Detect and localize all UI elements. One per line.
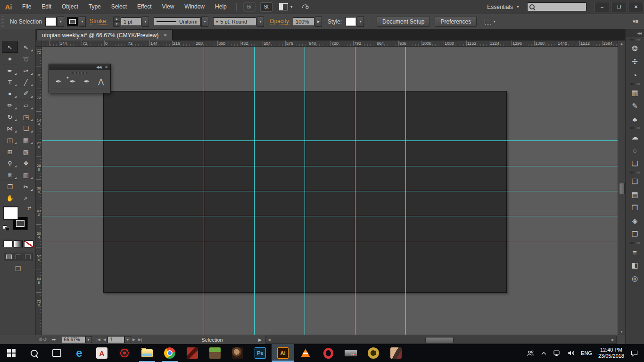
panel-icon-transparency[interactable]: ◎: [626, 272, 644, 285]
gradient-button[interactable]: [14, 240, 23, 247]
line-segment-tool[interactable]: ╱: [18, 76, 34, 88]
panel-icon-transform[interactable]: ❑: [626, 175, 644, 188]
default-fill-stroke-icon[interactable]: [3, 225, 9, 231]
first-artboard-button[interactable]: |◀: [97, 337, 100, 342]
pen-tools-tearoff-panel[interactable]: ◀◀ ✕ ✒ ✒ + ✒ − ⋀: [49, 64, 111, 93]
panel-icon-swatches[interactable]: ▦: [626, 86, 644, 99]
style-control[interactable]: ▼: [345, 16, 364, 27]
export-icon[interactable]: ➦: [51, 337, 56, 343]
stepper-up-icon[interactable]: ▲: [113, 16, 120, 22]
language-indicator[interactable]: ENG: [581, 350, 592, 356]
taskbar-icon-autocad[interactable]: A: [91, 344, 113, 362]
stroke-color-control[interactable]: ▼: [67, 16, 86, 27]
blend-tool[interactable]: ❖: [18, 157, 34, 169]
clock[interactable]: 12:40 PM 23/05/2018: [598, 347, 624, 359]
chevron-down-icon[interactable]: ▼: [201, 16, 208, 27]
people-icon[interactable]: [527, 350, 535, 357]
zoom-tool[interactable]: ⌕: [18, 192, 34, 204]
chevron-down-icon[interactable]: ▼: [257, 16, 264, 27]
stepper-down-icon[interactable]: ▼: [113, 22, 120, 27]
pen-tool[interactable]: ✒: [2, 65, 18, 76]
menu-help[interactable]: Help: [210, 0, 232, 14]
taskbar-icon-minecraft[interactable]: [204, 344, 226, 362]
vertical-scroll-thumb[interactable]: [619, 183, 625, 194]
slice-tool[interactable]: ✂: [18, 181, 34, 192]
search-input[interactable]: [537, 3, 584, 11]
panel-icon-pathfinder[interactable]: ❒: [626, 201, 644, 214]
menu-select[interactable]: Select: [106, 0, 132, 14]
stroke-label[interactable]: Stroke:: [90, 18, 107, 25]
panel-collapse-icon[interactable]: ◀◀: [96, 65, 101, 69]
free-transform-tool[interactable]: ❏: [18, 123, 34, 134]
stroke-weight-field[interactable]: 1 pt: [121, 17, 141, 26]
scroll-up-icon[interactable]: ▲: [618, 41, 625, 47]
fill-color-control[interactable]: ▼: [45, 16, 64, 27]
panel-icon-gradient-2[interactable]: ◧: [626, 259, 644, 272]
chevron-down-icon[interactable]: ▼: [142, 16, 149, 27]
preferences-button[interactable]: Preferences: [435, 16, 477, 27]
taskbar-icon-edge[interactable]: e: [68, 344, 91, 362]
sync-settings-icon[interactable]: [301, 3, 309, 11]
mesh-tool[interactable]: ⊞: [2, 146, 18, 157]
menu-edit[interactable]: Edit: [36, 0, 57, 14]
horizontal-ruler[interactable]: 1447207214421628836043250457664872079286…: [42, 41, 618, 47]
taskbar-task-view-button[interactable]: [45, 344, 68, 362]
opacity-label[interactable]: Opacity:: [270, 18, 290, 25]
vertical-scrollbar[interactable]: ▲ ▼: [618, 41, 625, 335]
width-tool[interactable]: ⋈: [2, 123, 18, 134]
minimize-button[interactable]: –: [594, 2, 610, 12]
panel-icon-align[interactable]: ▤: [626, 188, 644, 201]
network-icon[interactable]: [553, 350, 561, 356]
chevron-right-icon[interactable]: ▶: [315, 16, 322, 27]
ruler-origin-corner[interactable]: [36, 41, 42, 47]
scroll-down-icon[interactable]: ▼: [618, 329, 625, 335]
taskbar-start-button[interactable]: [0, 344, 23, 362]
action-center-icon[interactable]: [630, 350, 638, 357]
scroll-left-icon[interactable]: ◀: [266, 336, 272, 343]
previous-artboard-button[interactable]: ◀: [103, 337, 106, 342]
eyedropper-tool[interactable]: ⚲: [2, 157, 18, 169]
artboard[interactable]: [103, 91, 507, 293]
menu-effect[interactable]: Effect: [132, 0, 157, 14]
panel-icon-color-themes[interactable]: ◌: [626, 144, 644, 157]
guide-horizontal[interactable]: [42, 242, 618, 242]
opacity-field[interactable]: 100%: [293, 17, 314, 26]
scroll-right-icon[interactable]: ▶: [610, 336, 616, 343]
arrange-documents-button[interactable]: ▼: [279, 3, 293, 10]
zoom-dropdown-icon[interactable]: ▼: [85, 336, 92, 343]
guide-horizontal[interactable]: [42, 166, 618, 166]
taskbar-icon-game-emblem[interactable]: [362, 344, 385, 362]
panel-icon-artboards[interactable]: ❐: [626, 228, 644, 241]
panel-icon-brushes[interactable]: ✎: [626, 99, 644, 113]
panel-icon-links[interactable]: ❏: [626, 157, 644, 170]
delete-anchor-point-tool[interactable]: ✒ −: [84, 77, 90, 86]
menu-type[interactable]: Type: [83, 0, 106, 14]
taskbar-icon-game[interactable]: [226, 344, 249, 362]
volume-icon[interactable]: [567, 350, 575, 356]
horizontal-scrollbar[interactable]: ◀ ▶: [265, 336, 617, 344]
ellipse-tool[interactable]: ●: [2, 88, 18, 99]
zoom-level-field[interactable]: 66.67%: [62, 336, 85, 343]
panel-icon-symbols[interactable]: ♣: [626, 113, 644, 126]
document-setup-button[interactable]: Document Setup: [377, 16, 430, 27]
menu-window[interactable]: Window: [179, 0, 210, 14]
menu-view[interactable]: View: [157, 0, 180, 14]
taskbar-search-button[interactable]: [23, 344, 45, 362]
workspace-switcher[interactable]: Essentials ▼: [487, 4, 520, 10]
artboard-dropdown-icon[interactable]: ▼: [124, 336, 131, 343]
draw-behind-button[interactable]: [16, 255, 21, 259]
horizontal-scroll-thumb[interactable]: [425, 337, 454, 343]
scale-tool[interactable]: ◳: [18, 111, 34, 123]
taskbar-icon-game-portrait[interactable]: [385, 344, 407, 362]
color-button[interactable]: [3, 240, 13, 247]
stroke-color-swatch[interactable]: [67, 17, 78, 26]
add-anchor-point-tool[interactable]: ✒ +: [70, 77, 76, 86]
show-hidden-icons-chevron[interactable]: [541, 351, 547, 355]
hand-tool[interactable]: ✋: [2, 192, 18, 204]
draw-normal-button[interactable]: [6, 255, 12, 259]
fill-color-swatch[interactable]: [3, 206, 18, 220]
panel-icon[interactable]: [626, 37, 644, 42]
chevron-down-icon[interactable]: ▼: [79, 16, 86, 27]
taskbar-icon-dota2[interactable]: [181, 344, 204, 362]
bridge-button[interactable]: Br: [243, 2, 256, 12]
